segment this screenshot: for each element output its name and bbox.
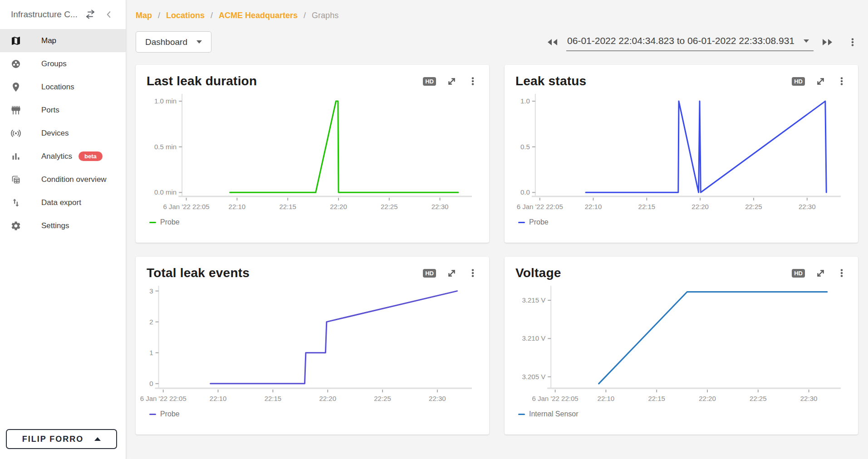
sidebar-item-data-export[interactable]: Data export [0, 191, 126, 214]
chevron-down-icon [804, 39, 809, 43]
svg-text:3.215 V: 3.215 V [522, 296, 545, 304]
triangle-up-icon [94, 437, 101, 441]
rewind-icon[interactable] [546, 38, 559, 47]
svg-text:22:25: 22:25 [745, 203, 762, 210]
breadcrumb-separator: / [211, 11, 213, 20]
svg-text:22:30: 22:30 [800, 395, 818, 402]
svg-text:22:10: 22:10 [585, 203, 602, 210]
sidebar-item-label: Data export [41, 198, 81, 207]
svg-text:22:25: 22:25 [750, 395, 767, 402]
hd-badge-icon[interactable]: HD [423, 77, 436, 86]
svg-text:22:15: 22:15 [279, 203, 296, 210]
locations-icon [10, 82, 23, 93]
card-menu-kebab-icon[interactable] [467, 76, 478, 87]
svg-text:3: 3 [149, 287, 153, 295]
chart-card-total-leak-events: Total leak events HD 01236 Jan '22 22:05… [136, 257, 489, 435]
time-range-selector[interactable]: 06-01-2022 22:04:34.823 to 06-01-2022 22… [566, 33, 814, 51]
line-chart: 0.00.51.06 Jan '22 22:0522:1022:1522:202… [515, 91, 847, 215]
breadcrumb-acme-headquarters[interactable]: ACME Headquarters [219, 11, 298, 20]
chart-legend: Internal Sensor [515, 406, 847, 418]
legend-swatch [149, 414, 156, 415]
card-menu-kebab-icon[interactable] [467, 268, 478, 278]
legend-item[interactable]: Probe [149, 218, 180, 226]
page-menu-kebab-icon[interactable] [847, 37, 858, 48]
hd-badge-icon[interactable]: HD [792, 77, 805, 86]
breadcrumb-separator: / [158, 11, 160, 20]
card-menu-kebab-icon[interactable] [836, 76, 847, 87]
sidebar-item-label: Locations [41, 83, 74, 92]
beta-badge: beta [78, 151, 103, 161]
line-chart: 01236 Jan '22 22:0522:1022:1522:2022:252… [147, 283, 478, 406]
svg-text:22:30: 22:30 [799, 203, 816, 210]
legend-label: Probe [160, 410, 180, 418]
svg-text:3.210 V: 3.210 V [522, 334, 545, 342]
svg-text:1.0 min: 1.0 min [154, 97, 177, 105]
sidebar-item-label: Groups [41, 59, 67, 68]
svg-text:22:20: 22:20 [691, 203, 709, 210]
expand-icon[interactable] [446, 76, 457, 87]
sidebar-item-label: Settings [41, 221, 69, 230]
swap-horizontal-icon[interactable] [85, 9, 96, 20]
expand-icon[interactable] [446, 268, 457, 279]
legend-item[interactable]: Probe [149, 410, 180, 418]
breadcrumb-locations[interactable]: Locations [166, 11, 205, 20]
sidebar-item-label: Map [41, 36, 56, 45]
sidebar-item-devices[interactable]: Devices [0, 122, 126, 145]
legend-label: Probe [160, 218, 180, 226]
settings-icon [10, 220, 23, 231]
sidebar-header: Infrastructure C... [0, 0, 126, 29]
sidebar-item-condition-overview[interactable]: Condition overview [0, 168, 126, 191]
legend-item[interactable]: Probe [518, 218, 549, 226]
sidebar: Infrastructure C... Map Groups Locations… [0, 0, 126, 459]
svg-text:6 Jan '22 22:05: 6 Jan '22 22:05 [163, 203, 210, 210]
time-navigation: 06-01-2022 22:04:34.823 to 06-01-2022 22… [546, 33, 858, 51]
svg-text:1: 1 [149, 349, 153, 356]
charts-grid: Last leak duration HD 0.0 min0.5 min1.0 … [136, 65, 858, 435]
condition-overview-icon [10, 174, 23, 185]
collapse-sidebar-chevron-left-icon[interactable] [104, 10, 114, 20]
dashboard-dropdown-label: Dashboard [145, 37, 187, 47]
chart-legend: Probe [147, 406, 478, 418]
user-menu-button[interactable]: FILIP FORRO [6, 429, 117, 449]
hd-badge-icon[interactable]: HD [423, 269, 436, 278]
expand-icon[interactable] [815, 268, 826, 279]
svg-text:22:25: 22:25 [374, 395, 391, 402]
svg-text:0.5 min: 0.5 min [154, 143, 177, 151]
hd-badge-icon[interactable]: HD [792, 269, 805, 278]
sidebar-nav: Map Groups Locations Ports Devices Analy… [0, 29, 126, 237]
fast-forward-icon[interactable] [821, 38, 834, 47]
map-icon [10, 35, 23, 46]
sidebar-item-map[interactable]: Map [0, 29, 126, 52]
sidebar-item-label: Condition overview [41, 175, 107, 184]
line-chart: 0.0 min0.5 min1.0 min6 Jan '22 22:0522:1… [147, 91, 478, 215]
svg-text:6 Jan '22 22:05: 6 Jan '22 22:05 [517, 203, 563, 210]
breadcrumb: Map/Locations/ACME Headquarters/Graphs [136, 11, 858, 20]
chart-card-leak-status: Leak status HD 0.00.51.06 Jan '22 22:052… [505, 65, 858, 243]
sidebar-item-settings[interactable]: Settings [0, 214, 126, 237]
chart-legend: Probe [147, 215, 478, 226]
sidebar-item-groups[interactable]: Groups [0, 52, 126, 75]
expand-icon[interactable] [815, 76, 826, 87]
sidebar-item-label: Devices [41, 129, 69, 138]
card-menu-kebab-icon[interactable] [836, 268, 847, 278]
dashboard-dropdown[interactable]: Dashboard [136, 31, 211, 53]
svg-text:1.0: 1.0 [520, 97, 530, 105]
time-range-text: 06-01-2022 22:04:34.823 to 06-01-2022 22… [567, 35, 794, 46]
sidebar-item-ports[interactable]: Ports [0, 98, 126, 122]
svg-text:0: 0 [149, 380, 153, 387]
svg-text:22:30: 22:30 [432, 203, 449, 210]
svg-text:22:10: 22:10 [229, 203, 246, 210]
svg-text:22:15: 22:15 [638, 203, 656, 210]
chart-title: Total leak events [147, 266, 250, 280]
legend-swatch [149, 222, 156, 223]
breadcrumb-map[interactable]: Map [136, 11, 152, 20]
svg-text:3.205 V: 3.205 V [522, 373, 545, 381]
sidebar-item-locations[interactable]: Locations [0, 75, 126, 98]
svg-text:22:10: 22:10 [598, 395, 615, 402]
sidebar-item-analytics[interactable]: Analytics beta [0, 145, 126, 168]
sidebar-item-label: Ports [41, 106, 59, 115]
legend-label: Probe [529, 218, 549, 226]
toolbar: Dashboard 06-01-2022 22:04:34.823 to 06-… [136, 31, 858, 53]
legend-item[interactable]: Internal Sensor [518, 410, 579, 418]
chart-title: Leak status [515, 74, 586, 88]
